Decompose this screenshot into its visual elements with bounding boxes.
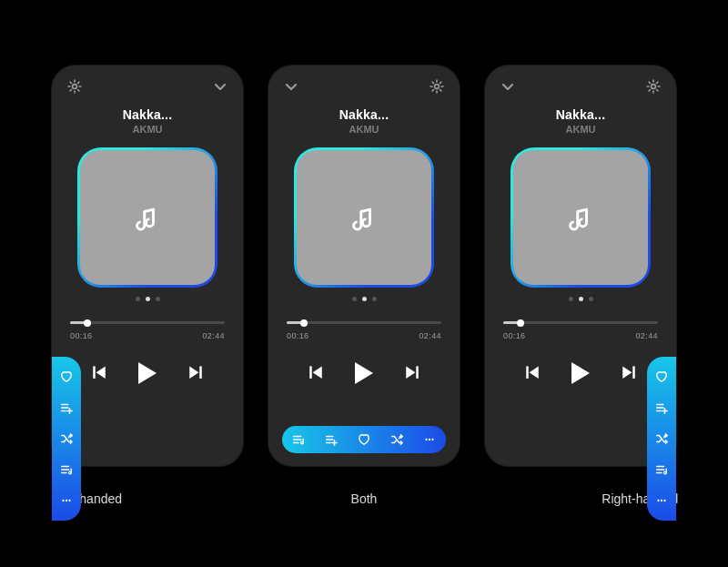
album-art[interactable] xyxy=(513,150,648,285)
time-total: 02:44 xyxy=(202,331,225,340)
album-art[interactable] xyxy=(80,150,215,285)
previous-button[interactable] xyxy=(524,363,541,383)
track-artist: AKMU xyxy=(52,124,243,135)
previous-button[interactable] xyxy=(308,363,324,383)
variant-label-both: Both xyxy=(276,491,451,506)
time-elapsed: 00:16 xyxy=(287,331,309,340)
seek-bar[interactable] xyxy=(287,321,441,324)
add-to-queue-button[interactable] xyxy=(324,432,339,447)
time-total: 02:44 xyxy=(419,331,441,340)
seek-knob[interactable] xyxy=(517,319,524,327)
action-rail-left xyxy=(52,357,81,521)
next-button[interactable] xyxy=(621,363,637,383)
album-art[interactable] xyxy=(297,150,431,285)
seek-knob[interactable] xyxy=(300,319,308,327)
action-rail-bottom xyxy=(282,426,446,453)
more-button[interactable] xyxy=(59,493,74,508)
music-note-icon xyxy=(352,206,376,229)
page-indicator xyxy=(268,297,460,301)
music-note-icon xyxy=(569,206,592,229)
phone-left-handed: Nakka... AKMU 00:16 xyxy=(52,66,243,466)
play-icon xyxy=(571,362,590,384)
phone-both: Nakka... AKMU 00:16 xyxy=(268,66,460,466)
more-button[interactable] xyxy=(654,493,669,508)
play-button[interactable] xyxy=(138,362,157,384)
more-button[interactable] xyxy=(422,432,437,447)
phone-right-handed: Nakka... AKMU 00:16 xyxy=(485,66,676,466)
variant-label-left: Left-handed xyxy=(0,491,176,506)
track-title: Nakka... xyxy=(485,107,676,122)
seek-bar[interactable] xyxy=(70,321,225,324)
queue-button[interactable] xyxy=(291,432,306,447)
favorite-button[interactable] xyxy=(654,370,669,384)
track-title: Nakka... xyxy=(268,107,460,122)
collapse-button[interactable] xyxy=(212,78,228,95)
add-to-queue-button[interactable] xyxy=(59,400,74,415)
play-icon xyxy=(138,362,157,384)
seek-knob[interactable] xyxy=(84,319,91,327)
page-indicator xyxy=(52,297,243,301)
settings-button[interactable] xyxy=(66,78,83,95)
settings-button[interactable] xyxy=(429,78,445,95)
album-art-frame xyxy=(294,147,434,288)
collapse-button[interactable] xyxy=(500,78,516,95)
next-button[interactable] xyxy=(404,363,420,383)
time-elapsed: 00:16 xyxy=(503,331,526,340)
time-total: 02:44 xyxy=(635,331,658,340)
collapse-button[interactable] xyxy=(283,78,299,95)
settings-button[interactable] xyxy=(645,78,662,95)
shuffle-button[interactable] xyxy=(59,431,74,446)
queue-button[interactable] xyxy=(59,462,74,477)
shuffle-button[interactable] xyxy=(654,431,669,446)
time-elapsed: 00:16 xyxy=(70,331,93,340)
track-artist: AKMU xyxy=(485,124,676,135)
next-button[interactable] xyxy=(187,363,204,383)
queue-button[interactable] xyxy=(654,462,669,477)
action-rail-right xyxy=(647,357,676,521)
favorite-button[interactable] xyxy=(357,432,371,447)
shuffle-button[interactable] xyxy=(389,432,404,447)
favorite-button[interactable] xyxy=(59,370,74,384)
variant-label-right: Right-handed xyxy=(552,491,728,506)
page-indicator xyxy=(485,297,676,301)
play-button[interactable] xyxy=(355,362,373,384)
album-art-frame xyxy=(511,147,651,288)
track-artist: AKMU xyxy=(268,124,460,135)
album-art-frame xyxy=(77,147,217,288)
play-icon xyxy=(355,362,373,384)
previous-button[interactable] xyxy=(91,363,107,383)
track-title: Nakka... xyxy=(52,107,243,122)
play-button[interactable] xyxy=(571,362,590,384)
music-note-icon xyxy=(136,206,159,229)
seek-bar[interactable] xyxy=(503,321,658,324)
add-to-queue-button[interactable] xyxy=(654,400,669,415)
